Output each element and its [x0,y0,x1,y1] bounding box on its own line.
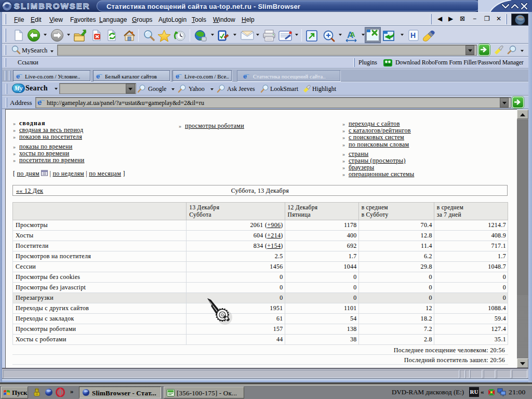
svg-text:e: e [37,98,42,107]
svg-text:H: H [410,31,416,39]
svg-text:A: A [350,31,355,38]
